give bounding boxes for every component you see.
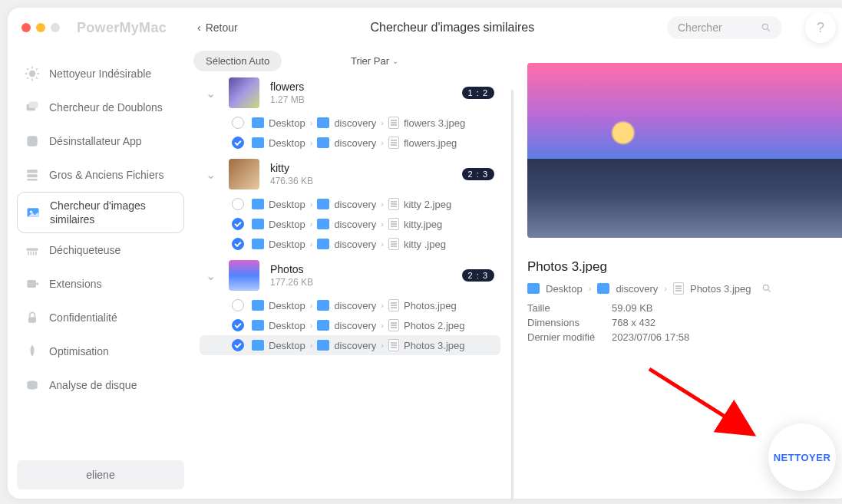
group-size: 476.36 KB — [270, 176, 313, 186]
file-row[interactable]: Desktop› discovery› flowers 3.jpeg — [200, 113, 500, 133]
svg-line-29 — [768, 290, 771, 292]
folder-icon — [252, 199, 264, 209]
meta-value-dimensions: 768 x 432 — [612, 317, 833, 328]
clean-label: NETTOYER — [774, 452, 831, 463]
file-row[interactable]: Desktop›discovery›Photos 2.jpeg — [200, 315, 500, 335]
user-chip[interactable]: eliene — [17, 460, 184, 489]
help-button[interactable]: ? — [805, 12, 836, 43]
preview-title: Photos 3.jpeg — [527, 259, 833, 275]
sidebar-item-shredder[interactable]: Déchiqueteuse — [17, 233, 184, 267]
meta-label-dimensions: Dimensions — [527, 317, 612, 328]
svg-line-9 — [27, 77, 28, 79]
close-window-button[interactable] — [21, 23, 31, 32]
folder-icon — [317, 300, 329, 311]
meta-label-modified: Dernier modifié — [527, 331, 612, 343]
group-thumbnail — [229, 159, 259, 189]
file-name: kitty.jpeg — [404, 219, 442, 230]
sidebar-item-large-old-files[interactable]: Gros & Anciens Fichiers — [17, 158, 184, 192]
results-list[interactable]: ⌄ flowers 1.27 MB 1 : 2 Desktop› discove… — [193, 77, 511, 499]
chevron-down-icon[interactable]: ⌄ — [206, 167, 218, 182]
folder-icon — [597, 283, 609, 294]
file-icon — [673, 282, 684, 295]
chevron-down-icon[interactable]: ⌄ — [206, 268, 218, 283]
checkbox[interactable] — [232, 117, 244, 129]
back-button[interactable]: ‹ Retour — [197, 21, 238, 34]
sidebar: Nettoyeur Indésirable Chercheur de Doubl… — [8, 48, 193, 499]
group-count-badge: 2 : 3 — [462, 168, 494, 180]
chevron-down-icon[interactable]: ⌄ — [206, 86, 218, 100]
sidebar-item-optimisation[interactable]: Optimisation — [17, 334, 184, 368]
file-row[interactable]: Desktop›discovery›Photos.jpeg — [200, 295, 500, 315]
group-name: Photos — [270, 263, 313, 275]
folder-icon — [317, 320, 329, 331]
file-name: kitty 2.jpeg — [404, 199, 451, 210]
group-header[interactable]: ⌄ flowers 1.27 MB 1 : 2 — [193, 77, 507, 113]
svg-rect-13 — [27, 136, 37, 146]
file-row[interactable]: Desktop›discovery›Photos 3.jpeg — [200, 335, 500, 355]
file-icon — [388, 299, 399, 311]
folder-icon — [252, 320, 264, 331]
search-input[interactable]: Chercher — [667, 16, 782, 39]
file-row[interactable]: Desktop›discovery›kitty.jpeg — [200, 214, 500, 234]
puzzle-icon — [25, 276, 40, 292]
checkbox[interactable] — [232, 299, 244, 311]
folder-icon — [252, 117, 264, 128]
results-pane: Sélection Auto Trier Par ⌄ ⌄ flowers 1.2… — [193, 48, 513, 499]
group-size: 1.27 MB — [270, 94, 305, 105]
svg-rect-24 — [27, 280, 36, 288]
minimize-window-button[interactable] — [36, 23, 45, 32]
checkbox[interactable] — [232, 319, 244, 331]
sidebar-item-uninstaller[interactable]: Désinstallateur App — [17, 124, 184, 158]
svg-rect-15 — [27, 174, 37, 177]
sidebar-item-duplicate-finder[interactable]: Chercheur de Doublons — [17, 91, 184, 124]
group-header[interactable]: ⌄ kitty 476.36 KB 2 : 3 — [193, 159, 507, 194]
folder-icon — [317, 239, 329, 249]
file-icon — [388, 198, 399, 210]
results-toolbar: Sélection Auto Trier Par ⌄ — [193, 51, 513, 77]
shredder-icon — [25, 242, 40, 258]
checkbox[interactable] — [232, 238, 244, 250]
sort-by-dropdown[interactable]: Trier Par ⌄ — [351, 55, 398, 67]
reveal-icon[interactable] — [761, 283, 772, 294]
checkbox[interactable] — [232, 339, 244, 351]
sidebar-item-label: Désinstallateur App — [49, 135, 142, 147]
group-name: kitty — [270, 162, 313, 174]
svg-rect-12 — [29, 102, 38, 108]
svg-line-7 — [27, 68, 28, 70]
file-row[interactable]: Desktop›discovery›kitty 2.jpeg — [200, 194, 500, 214]
sort-label: Trier Par — [351, 55, 389, 67]
svg-point-0 — [762, 24, 768, 29]
search-icon — [761, 22, 771, 33]
sidebar-item-similar-images[interactable]: Chercheur d'images similaires — [17, 192, 184, 233]
file-icon — [388, 218, 399, 230]
folder-icon — [252, 239, 264, 249]
folder-icon — [252, 340, 264, 351]
folder-icon — [252, 300, 264, 311]
app-window: PowerMyMac ‹ Retour Chercheur d'images s… — [8, 8, 842, 499]
group-header[interactable]: ⌄ Photos 177.26 KB 2 : 3 — [193, 260, 507, 295]
sun-icon — [25, 66, 40, 81]
group-thumbnail — [229, 77, 259, 108]
stack-icon — [25, 167, 40, 183]
file-row[interactable]: Desktop› discovery› flowers.jpeg — [200, 133, 500, 153]
chevron-left-icon: ‹ — [197, 21, 201, 34]
page-title: Chercheur d'images similaires — [252, 21, 653, 35]
sidebar-item-disk-analysis[interactable]: Analyse de disque — [17, 368, 184, 402]
folder-icon — [527, 283, 540, 294]
folder-icon — [317, 117, 329, 128]
sidebar-item-label: Extensions — [49, 278, 101, 290]
window-controls — [21, 23, 60, 32]
svg-rect-25 — [36, 283, 38, 285]
sidebar-item-label: Confidentialité — [49, 311, 117, 324]
checkbox[interactable] — [232, 137, 244, 149]
sidebar-item-junk-cleaner[interactable]: Nettoyeur Indésirable — [17, 57, 184, 91]
auto-select-button[interactable]: Sélection Auto — [193, 51, 282, 71]
sidebar-item-privacy[interactable]: Confidentialité — [17, 301, 184, 334]
maximize-window-button[interactable] — [51, 23, 60, 32]
sidebar-item-extensions[interactable]: Extensions — [17, 267, 184, 301]
file-row[interactable]: Desktop›discovery›kitty .jpeg — [200, 234, 500, 254]
file-icon — [388, 319, 399, 331]
checkbox[interactable] — [232, 198, 244, 210]
clean-button[interactable]: NETTOYER — [768, 423, 836, 491]
checkbox[interactable] — [232, 218, 244, 230]
